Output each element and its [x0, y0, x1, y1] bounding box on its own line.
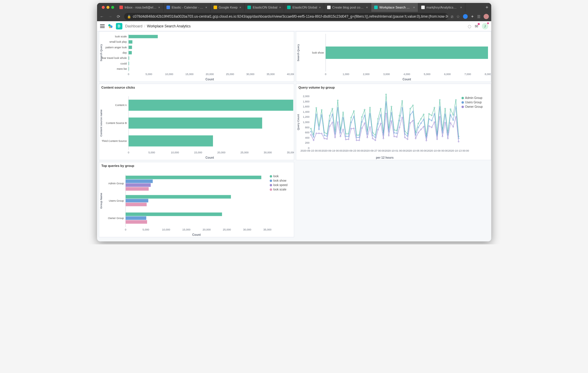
svg-point-234 [444, 122, 446, 123]
svg-point-225 [420, 129, 422, 130]
svg-point-130 [316, 114, 317, 115]
svg-text:10,000: 10,000 [171, 151, 179, 154]
close-tab-icon[interactable]: × [239, 6, 241, 9]
extensions-icon[interactable]: ✦ [471, 14, 474, 19]
svg-point-161 [399, 120, 400, 121]
maximize-window-icon[interactable] [111, 6, 114, 9]
svg-point-193 [334, 137, 336, 138]
svg-point-106 [402, 100, 403, 102]
panel-top-queries-by-group[interactable]: Top queries by groupGroup Namelooklook s… [99, 162, 294, 237]
svg-point-208 [375, 140, 376, 141]
svg-text:2020-10-01 00:00: 2020-10-01 00:00 [385, 149, 406, 152]
profile-avatar[interactable] [484, 14, 489, 19]
elastic-logo-icon[interactable] [108, 24, 113, 29]
svg-point-131 [318, 129, 319, 130]
close-tab-icon[interactable]: × [279, 6, 281, 9]
star-icon[interactable]: ☆ [456, 14, 460, 19]
panel-content-source-clicks[interactable]: Content source clicksContent source name… [99, 84, 294, 160]
svg-point-239 [458, 141, 459, 142]
svg-point-263 [270, 188, 272, 191]
close-tab-icon[interactable]: × [319, 6, 321, 9]
address-bar[interactable]: 🔒 c078d4d848dc42b19f4f318a002ba703.us-ce… [124, 13, 448, 20]
svg-point-126 [455, 100, 457, 101]
cast-icon[interactable]: ⎚ [451, 14, 453, 19]
breadcrumb: Dashboard / Workplace Search Analytics [125, 24, 191, 28]
svg-point-165 [409, 114, 411, 115]
breadcrumb-root[interactable]: Dashboard [125, 24, 143, 28]
browser-tab[interactable]: Create blog post content to ill× [324, 3, 371, 12]
panel-query-volume-by-group[interactable]: Query volume by groupQuery Count02004006… [296, 84, 491, 160]
window-controls[interactable] [99, 6, 116, 9]
svg-rect-5 [129, 35, 158, 38]
svg-point-2 [109, 26, 111, 28]
svg-text:look scale: look scale [273, 188, 286, 191]
svg-text:7,000: 7,000 [464, 73, 471, 76]
svg-text:0: 0 [128, 73, 129, 76]
reading-list-icon[interactable]: ☰ [477, 14, 481, 19]
svg-text:Admin Group: Admin Group [465, 96, 482, 100]
svg-point-80 [332, 108, 333, 109]
svg-point-186 [316, 133, 317, 134]
svg-point-142 [348, 136, 349, 137]
browser-tab[interactable]: Google Keep× [211, 3, 245, 12]
svg-point-194 [337, 122, 338, 123]
account-avatar[interactable]: J [482, 23, 488, 29]
svg-point-152 [375, 137, 376, 138]
browser-tab[interactable]: Workplace Search Analytics -× [371, 3, 418, 12]
svg-text:0: 0 [125, 228, 126, 231]
menu-icon[interactable] [100, 24, 105, 28]
close-tab-icon[interactable]: × [413, 6, 415, 9]
browser-tab[interactable]: Elastic - Calendar - Week of O× [164, 3, 211, 12]
svg-text:Content source name: Content source name [100, 110, 103, 137]
browser-tab[interactable]: ElasticON Global× [284, 3, 324, 12]
new-tab-button[interactable]: + [483, 5, 491, 10]
breadcrumb-sep: / [144, 24, 145, 28]
close-tab-icon[interactable]: × [366, 6, 368, 9]
close-window-icon[interactable] [102, 6, 105, 9]
svg-point-218 [402, 117, 403, 118]
tab-label: Inbox - ross.bell@elastic.co - [125, 6, 157, 9]
panel-search-query-left[interactable]: Search Querylook scalesmall look playpat… [99, 31, 294, 82]
ext-icon-1[interactable] [463, 14, 468, 19]
svg-text:mere list: mere list [116, 67, 127, 70]
svg-text:6,000: 6,000 [444, 73, 451, 76]
svg-point-76 [321, 110, 322, 111]
browser-tab[interactable]: markjhoy/AnalyticsGenerator× [418, 3, 465, 12]
back-button[interactable]: ← [99, 14, 105, 19]
svg-point-214 [391, 121, 392, 122]
svg-point-82 [337, 100, 338, 101]
svg-rect-13 [129, 57, 129, 60]
minimize-window-icon[interactable] [106, 6, 109, 9]
svg-point-138 [337, 107, 338, 109]
browser-tab[interactable]: Inbox - ross.bell@elastic.co -× [116, 3, 164, 12]
svg-point-153 [377, 123, 379, 124]
svg-text:4,000: 4,000 [403, 73, 410, 76]
svg-text:2020-10-09 00:00: 2020-10-09 00:00 [427, 149, 448, 152]
svg-point-144 [353, 116, 354, 117]
svg-point-154 [380, 114, 381, 115]
svg-point-205 [367, 137, 368, 138]
browser-tab[interactable]: ElasticON Global× [244, 3, 284, 12]
mail-icon[interactable]: ✉ [475, 24, 478, 29]
favicon-icon [166, 6, 170, 9]
close-tab-icon[interactable]: × [205, 6, 207, 9]
svg-text:Search Query: Search Query [297, 44, 300, 62]
svg-point-237 [452, 126, 454, 127]
svg-point-187 [318, 133, 319, 134]
svg-point-94 [369, 107, 371, 108]
app-switcher-badge[interactable]: D [116, 23, 122, 29]
svg-point-249 [462, 97, 464, 99]
close-tab-icon[interactable]: × [460, 6, 462, 9]
svg-rect-9 [129, 46, 132, 49]
svg-text:2020-09-15 00:00: 2020-09-15 00:00 [300, 149, 321, 152]
svg-text:800: 800 [305, 126, 309, 129]
svg-text:400: 400 [305, 136, 309, 139]
svg-point-98 [380, 108, 381, 109]
svg-point-228 [428, 125, 429, 127]
panel-search-query-right[interactable]: Search Querylook show01,0002,0003,0004,0… [296, 31, 491, 82]
svg-point-212 [385, 113, 387, 114]
close-tab-icon[interactable]: × [158, 6, 160, 9]
newsfeed-icon[interactable]: ◌ [468, 24, 471, 29]
forward-button[interactable]: → [108, 14, 113, 19]
reload-button[interactable]: ⟳ [116, 14, 121, 19]
